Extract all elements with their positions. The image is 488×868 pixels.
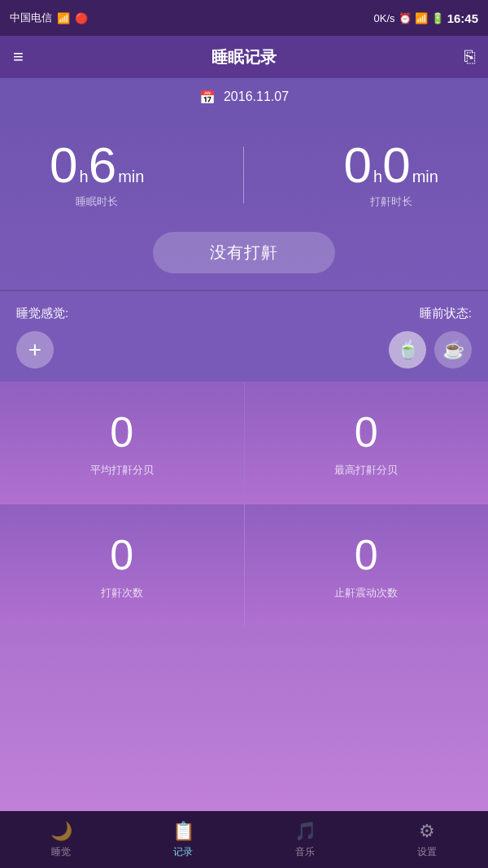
nav-icon-record: 📋 xyxy=(172,821,194,842)
nav-label-sleep: 睡觉 xyxy=(51,845,71,859)
main-content: 📅 2016.11.07 0 h 6 min 睡眠时长 0 h 0 m xyxy=(0,78,488,811)
nav-item-record[interactable]: 📋 记录 xyxy=(122,821,244,859)
stat-number-avg-snore-db: 0 xyxy=(110,408,133,456)
stat-cell-anti-snore-vibrations: 0 止鼾震动次数 xyxy=(245,504,489,626)
add-feeling-button[interactable]: + xyxy=(16,331,54,369)
coffee-empty-icon: ☕ xyxy=(442,339,464,360)
app-header: ≡ 睡眠记录 ⎘ xyxy=(0,36,488,78)
snore-hours-unit: h xyxy=(373,168,382,186)
calendar-icon: 📅 xyxy=(199,89,216,105)
alarm-icon: ⏰ xyxy=(399,12,412,24)
stat-cell-snore-count: 0 打鼾次数 xyxy=(0,504,244,626)
coffee-empty-icon-button[interactable]: ☕ xyxy=(434,331,472,369)
share-icon[interactable]: ⎘ xyxy=(464,46,475,68)
feeling-section: 睡觉感觉: + 睡前状态: 🍵 ☕ xyxy=(0,291,488,382)
status-right: 0K/s ⏰ 📶 🔋 16:45 xyxy=(374,11,478,25)
stat-number-snore-count: 0 xyxy=(110,530,133,579)
selected-date: 2016.11.07 xyxy=(224,89,289,104)
carrier-text: 中国电信 xyxy=(10,11,52,25)
stat-number-anti-snore-vibrations: 0 xyxy=(355,530,378,579)
stat-number-max-snore-db: 0 xyxy=(355,408,378,456)
stat-label-anti-snore-vibrations: 止鼾震动次数 xyxy=(334,586,398,600)
date-bar: 📅 2016.11.07 xyxy=(0,78,488,116)
bottom-nav: 🌙 睡觉 📋 记录 🎵 音乐 ⚙ 设置 xyxy=(0,811,488,868)
stat-label-snore-count: 打鼾次数 xyxy=(101,586,143,600)
nav-label-record: 记录 xyxy=(173,845,193,859)
nav-label-settings: 设置 xyxy=(417,845,437,859)
pre-sleep-label: 睡前状态: xyxy=(420,306,472,321)
snore-mins-unit: min xyxy=(412,168,438,186)
stats-section: 0 平均打鼾分贝 0 最高打鼾分贝 0 打鼾次数 0 止鼾震动次数 xyxy=(0,382,488,811)
snore-duration-numbers: 0 h 0 min xyxy=(344,140,438,191)
wifi-icon: 📶 xyxy=(415,12,428,24)
status-carrier: 中国电信 📶 🔴 xyxy=(10,11,88,25)
status-bar: 中国电信 📶 🔴 0K/s ⏰ 📶 🔋 16:45 xyxy=(0,0,488,36)
network-speed: 0K/s xyxy=(374,12,395,24)
sleep-duration-numbers: 0 h 6 min xyxy=(50,140,144,191)
snore-hours-value: 0 xyxy=(344,140,372,190)
sleep-duration-block: 0 h 6 min 睡眠时长 xyxy=(50,140,144,209)
stat-cell-avg-snore-db: 0 平均打鼾分贝 xyxy=(0,382,244,504)
duration-divider xyxy=(243,146,244,203)
coffee-full-icon-button[interactable]: 🍵 xyxy=(389,331,426,369)
status-time: 16:45 xyxy=(447,11,478,25)
no-snore-button[interactable]: 没有打鼾 xyxy=(153,232,335,273)
snore-duration-label: 打鼾时长 xyxy=(370,194,412,209)
sleep-mins-value: 6 xyxy=(89,140,116,190)
duration-row: 0 h 6 min 睡眠时长 0 h 0 min 打鼾时长 xyxy=(0,140,488,214)
sleep-hours-value: 0 xyxy=(50,140,77,190)
stats-grid: 0 平均打鼾分贝 0 最高打鼾分贝 0 打鼾次数 0 止鼾震动次数 xyxy=(0,382,488,626)
menu-icon[interactable]: ≡ xyxy=(13,46,24,68)
feeling-label: 睡觉感觉: xyxy=(16,306,68,321)
nav-icon-sleep: 🌙 xyxy=(50,821,72,842)
sleep-mins-unit: min xyxy=(118,168,144,186)
coffee-full-icon: 🍵 xyxy=(397,339,419,360)
snore-duration-block: 0 h 0 min 打鼾时长 xyxy=(344,140,438,209)
page-title: 睡眠记录 xyxy=(211,46,277,68)
nav-icon-music: 🎵 xyxy=(294,821,316,842)
sleep-section: 0 h 6 min 睡眠时长 0 h 0 min 打鼾时长 没有打鼾 xyxy=(0,116,488,290)
pre-sleep-icons: 🍵 ☕ xyxy=(389,331,472,369)
sleep-hours-unit: h xyxy=(80,168,89,186)
stat-label-max-snore-db: 最高打鼾分贝 xyxy=(334,463,398,478)
nav-item-music[interactable]: 🎵 音乐 xyxy=(244,821,366,859)
feeling-right: 睡前状态: 🍵 ☕ xyxy=(389,306,472,369)
sleep-duration-label: 睡眠时长 xyxy=(76,194,118,209)
stat-label-avg-snore-db: 平均打鼾分贝 xyxy=(90,463,154,478)
nav-label-music: 音乐 xyxy=(295,845,315,859)
notification-icon: 🔴 xyxy=(75,12,88,24)
nav-item-settings[interactable]: ⚙ 设置 xyxy=(366,821,488,859)
nav-item-sleep[interactable]: 🌙 睡觉 xyxy=(0,821,122,859)
battery-icon: 🔋 xyxy=(431,12,444,24)
carrier-icon: 📶 xyxy=(57,12,70,24)
snore-mins-value: 0 xyxy=(382,140,410,190)
nav-icon-settings: ⚙ xyxy=(419,821,435,842)
stat-cell-max-snore-db: 0 最高打鼾分贝 xyxy=(245,382,489,504)
feeling-left: 睡觉感觉: + xyxy=(16,306,68,369)
